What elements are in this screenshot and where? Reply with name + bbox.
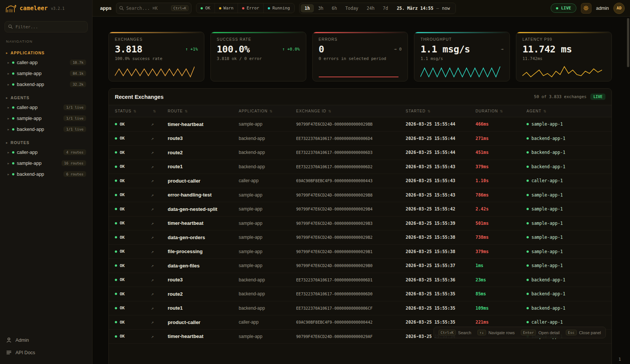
cell-exchange-id: EE7322370A10617-00000000000006D4 — [296, 136, 406, 141]
open-exchange-link-icon[interactable]: ↗ — [151, 277, 168, 283]
open-exchange-link-icon[interactable]: ↗ — [151, 206, 168, 212]
sidebar-nav-item[interactable]: ▸ backend-app 1/1 live — [0, 124, 92, 135]
scrollbar[interactable] — [627, 18, 629, 67]
status-filter-chip[interactable]: Running — [264, 3, 294, 13]
table-row[interactable]: OK ↗ file-processing sample-app 90799F47… — [109, 245, 611, 259]
table-row[interactable]: OK ↗ data-gen-nested-split sample-app 90… — [109, 202, 611, 217]
open-exchange-link-icon[interactable]: ↗ — [151, 235, 168, 240]
open-exchange-link-icon[interactable]: ↗ — [151, 164, 168, 169]
stat-value: 11.742 ms — [522, 44, 572, 55]
nav-group: ▸ ROUTES ▸ caller-app 4 routes ▸ sample-… — [0, 138, 92, 180]
sidebar-nav-item[interactable]: ▸ backend-app 6 routes — [0, 169, 92, 180]
sidebar-nav-item[interactable]: ▸ sample-app 84.1k — [0, 68, 92, 79]
open-exchange-link-icon[interactable]: ↗ — [151, 334, 168, 339]
column-header[interactable]: ⇅ — [151, 109, 168, 113]
open-exchange-link-icon[interactable]: ↗ — [151, 221, 168, 226]
table-row[interactable]: OK ↗ data-gen-files sample-app 90799F47E… — [109, 259, 611, 273]
nav-item-badge: 1/1 live — [63, 115, 86, 121]
search-input[interactable] — [126, 6, 169, 11]
sparkline-chart — [420, 64, 500, 78]
cell-application: backend-app — [239, 136, 296, 141]
nav-item-label: caller-app — [17, 60, 68, 65]
time-range-button[interactable]: 3h — [314, 4, 327, 12]
stat-card: EXCHANGES 3.818 ↑ +1% 100.0% success rat… — [108, 32, 204, 81]
table-row[interactable]: OK ↗ product-caller caller-app 69AC90BF8… — [109, 174, 611, 188]
cell-exchange-id: 90799F47E6CD24D-00000000000029B2 — [296, 235, 406, 240]
status-filter-chip[interactable]: Warn — [215, 3, 238, 13]
stat-delta: ↑ +1% — [185, 47, 198, 52]
open-exchange-link-icon[interactable]: ↗ — [151, 319, 168, 325]
agent-status-dot — [527, 236, 529, 238]
sidebar-nav-item[interactable]: ▸ caller-app 4 routes — [0, 147, 92, 158]
status-dot — [115, 166, 117, 168]
column-header[interactable]: STARTED ⇅ — [406, 109, 476, 113]
table-row[interactable]: OK ↗ route1 backend-app EE7322370A10617-… — [109, 301, 611, 316]
live-toggle-button[interactable]: LIVE — [551, 3, 576, 13]
time-range-button[interactable]: 6h — [327, 4, 341, 12]
open-exchange-link-icon[interactable]: ↗ — [151, 306, 168, 311]
sidebar-nav-item[interactable]: ▸ caller-app 10.7k — [0, 57, 92, 68]
column-header[interactable]: STATUS ⇅ — [115, 109, 151, 113]
cell-started: 2026-03-25 15:55:44 — [406, 121, 476, 127]
cell-exchange-id: 90799F47E6CD24D-00000000000029B1 — [296, 249, 406, 254]
table-row[interactable]: OK ↗ route3 backend-app EE7322370A10617-… — [109, 273, 611, 287]
status-dot — [115, 222, 117, 224]
cell-duration: 466ms — [476, 121, 527, 127]
sidebar-nav-item[interactable]: ▸ sample-app 1/1 live — [0, 113, 92, 124]
time-range-button[interactable]: Today — [341, 4, 363, 12]
cell-route: route3 — [168, 277, 239, 283]
cell-agent: sample-app-1 — [527, 192, 605, 198]
column-header[interactable]: APPLICATION ⇅ — [239, 109, 296, 113]
column-header[interactable]: ROUTE ⇅ — [168, 109, 239, 113]
topbar-right: LIVE admin AD — [551, 3, 625, 14]
chevron-right-icon: ▸ — [8, 83, 9, 86]
cell-started: 2026-03-25 15:55:36 — [406, 277, 476, 283]
cell-duration: 379ms — [476, 249, 527, 254]
time-range-button[interactable]: 7d — [379, 4, 392, 12]
table-row[interactable]: OK ↗ timer-heartbeat sample-app 90799F47… — [109, 217, 611, 231]
nav-group-title[interactable]: ▸ AGENTS — [0, 94, 92, 102]
table-row[interactable]: OK ↗ data-gen-orders sample-app 90799F47… — [109, 230, 611, 245]
nav-group-title[interactable]: ▸ APPLICATIONS — [0, 49, 92, 57]
sidebar-item-api-docs[interactable]: API Docs — [0, 346, 92, 359]
table-row[interactable]: OK ↗ route2 backend-app EE7322370A10617-… — [109, 146, 611, 160]
status-filter-chip[interactable]: OK — [196, 3, 215, 13]
open-exchange-link-icon[interactable]: ↗ — [151, 291, 168, 296]
nav-item-label: caller-app — [17, 150, 61, 155]
column-header[interactable]: DURATION ⇅ — [476, 109, 527, 113]
open-exchange-link-icon[interactable]: ↗ — [151, 178, 168, 183]
agent-label: backend-app-1 — [531, 136, 565, 141]
cell-route: route1 — [168, 164, 239, 169]
nav-group-title[interactable]: ▸ ROUTES — [0, 138, 92, 147]
sidebar-nav-item[interactable]: ▸ caller-app 1/1 live — [0, 102, 92, 113]
sidebar-item-admin[interactable]: Admin — [0, 334, 92, 346]
cell-status: OK — [115, 263, 151, 268]
filter-input[interactable] — [5, 21, 88, 32]
sidebar-nav-item[interactable]: ▸ sample-app 16 routes — [0, 158, 92, 169]
cell-route: data-gen-nested-split — [168, 206, 239, 212]
nav-group-title-label: AGENTS — [11, 95, 29, 100]
open-exchange-link-icon[interactable]: ↗ — [151, 249, 168, 254]
time-range-button[interactable]: 1h — [301, 4, 314, 12]
table-row[interactable]: OK ↗ route1 backend-app EE7322370A10617-… — [109, 160, 611, 174]
table-row[interactable]: OK ↗ route2 backend-app EE7322370A10617-… — [109, 287, 611, 301]
status-dot — [115, 194, 117, 196]
open-exchange-link-icon[interactable]: ↗ — [151, 192, 168, 198]
open-exchange-link-icon[interactable]: ↗ — [151, 121, 168, 127]
open-exchange-link-icon[interactable]: ↗ — [151, 263, 168, 268]
table-row[interactable]: OK ↗ error-handling-test sample-app 9079… — [109, 188, 611, 203]
open-exchange-link-icon[interactable]: ↗ — [151, 150, 168, 155]
cell-application: backend-app — [239, 164, 296, 169]
open-exchange-link-icon[interactable]: ↗ — [151, 136, 168, 141]
column-header[interactable]: EXCHANGE ID ⇅ — [296, 109, 406, 113]
status-filter-chip[interactable]: Error — [238, 3, 264, 13]
time-range-button[interactable]: 24h — [363, 4, 379, 12]
column-header[interactable]: AGENT ⇅ — [527, 109, 605, 113]
theme-toggle-button[interactable] — [581, 3, 591, 14]
avatar[interactable]: AD — [613, 3, 625, 14]
table-row[interactable]: OK ↗ timer-heartbeat sample-app 90799F47… — [109, 117, 611, 132]
table-row[interactable]: OK ↗ route3 backend-app EE7322370A10617-… — [109, 132, 611, 146]
global-search[interactable]: Ctrl+K — [116, 3, 191, 14]
sidebar-nav-item[interactable]: ▸ backend-app 32.2k — [0, 79, 92, 90]
nav-group-title-label: APPLICATIONS — [11, 51, 45, 55]
